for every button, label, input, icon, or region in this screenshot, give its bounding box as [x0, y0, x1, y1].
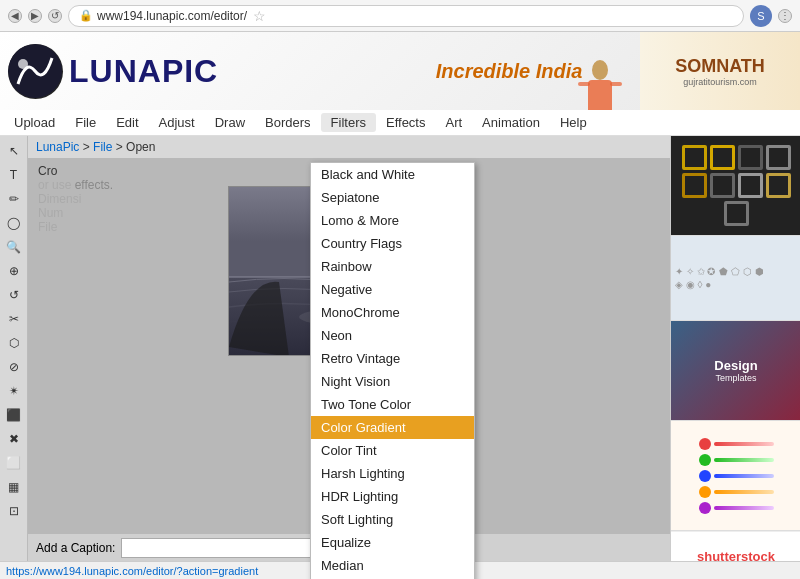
- filter-country-flags[interactable]: Country Flags: [311, 232, 474, 255]
- url-text: www194.lunapic.com/editor/: [97, 9, 247, 23]
- filter-rainbow[interactable]: Rainbow: [311, 255, 474, 278]
- ad-block-3[interactable]: Design Templates: [671, 321, 800, 421]
- tool-x[interactable]: ✖: [3, 428, 25, 450]
- menu-art[interactable]: Art: [435, 113, 472, 132]
- svg-rect-3: [588, 80, 612, 111]
- menu-borders[interactable]: Borders: [255, 113, 321, 132]
- svg-point-1: [18, 59, 28, 69]
- filter-lomo[interactable]: Lomo & More: [311, 209, 474, 232]
- tool-wand[interactable]: ⊡: [3, 500, 25, 522]
- filter-color-tint[interactable]: Color Tint: [311, 439, 474, 462]
- filter-soft-lighting[interactable]: Soft Lighting: [311, 508, 474, 531]
- menu-draw[interactable]: Draw: [205, 113, 255, 132]
- tool-arrow[interactable]: ↖: [3, 140, 25, 162]
- breadcrumb-open: Open: [126, 140, 155, 154]
- ad-block-1[interactable]: [671, 136, 800, 236]
- filter-equalize[interactable]: Equalize: [311, 531, 474, 554]
- slider-row-5: [699, 502, 774, 514]
- filter-hdr-lighting[interactable]: HDR Lighting: [311, 485, 474, 508]
- site-header: LUNAPIC Incredible India SOMNATH gujrati…: [0, 32, 800, 110]
- header-ad[interactable]: SOMNATH gujratitourism.com: [640, 32, 800, 110]
- back-button[interactable]: ◀: [8, 9, 22, 23]
- slider-row-4: [699, 486, 774, 498]
- filter-night-vision[interactable]: Night Vision: [311, 370, 474, 393]
- tool-pencil[interactable]: ✏: [3, 188, 25, 210]
- breadcrumb-sep1: >: [83, 140, 93, 154]
- filter-neon[interactable]: Neon: [311, 324, 474, 347]
- breadcrumb-sep2: >: [116, 140, 126, 154]
- bookmark-icon[interactable]: ☆: [253, 8, 266, 24]
- filter-two-tone[interactable]: Two Tone Color: [311, 393, 474, 416]
- slider-row-2: [699, 454, 774, 466]
- tool-hex[interactable]: ⬡: [3, 332, 25, 354]
- menu-effects[interactable]: Effects: [376, 113, 436, 132]
- tool-grid[interactable]: ▦: [3, 476, 25, 498]
- tool-circle[interactable]: ◯: [3, 212, 25, 234]
- svg-rect-4: [578, 82, 590, 86]
- breadcrumb-lunapic[interactable]: LunaPic: [36, 140, 79, 154]
- ad-subtitle: gujratitourism.com: [675, 77, 765, 87]
- logo-area: LUNAPIC: [0, 44, 218, 99]
- lock-icon: 🔒: [79, 9, 93, 22]
- tool-square-fill[interactable]: ⬛: [3, 404, 25, 426]
- menu-upload[interactable]: Upload: [4, 113, 65, 132]
- browser-bar: ◀ ▶ ↺ 🔒 www194.lunapic.com/editor/ ☆ S ⋮: [0, 0, 800, 32]
- right-panel: ✦ ✧ ✩ ✪ ⬟ ⬠ ⬡ ⬢ ◈ ◉ ◊ ● Design Templates: [670, 136, 800, 579]
- menu-help[interactable]: Help: [550, 113, 597, 132]
- svg-rect-5: [610, 82, 622, 86]
- content-area: ↖ T ✏ ◯ 🔍 ⊕ ↺ ✂ ⬡ ⊘ ✴ ⬛ ✖ ⬜ ▦ ⊡ LunaPic …: [0, 136, 800, 579]
- caption-input[interactable]: [121, 538, 321, 558]
- filter-color-gradient[interactable]: Color Gradient: [311, 416, 474, 439]
- caption-label: Add a Caption:: [36, 541, 115, 555]
- tool-star[interactable]: ✴: [3, 380, 25, 402]
- tool-zoom[interactable]: 🔍: [3, 236, 25, 258]
- slider-row-3: [699, 470, 774, 482]
- forward-button[interactable]: ▶: [28, 9, 42, 23]
- breadcrumb: LunaPic > File > Open: [28, 136, 670, 158]
- filter-harsh-lighting[interactable]: Harsh Lighting: [311, 462, 474, 485]
- ad-block-4[interactable]: [671, 421, 800, 531]
- ad-title: SOMNATH: [675, 56, 765, 77]
- tool-ban[interactable]: ⊘: [3, 356, 25, 378]
- address-bar[interactable]: 🔒 www194.lunapic.com/editor/ ☆: [68, 5, 744, 27]
- menu-file[interactable]: File: [65, 113, 106, 132]
- browser-menu-button[interactable]: ⋮: [778, 9, 792, 23]
- tool-undo[interactable]: ↺: [3, 284, 25, 306]
- ad-block-2[interactable]: ✦ ✧ ✩ ✪ ⬟ ⬠ ⬡ ⬢ ◈ ◉ ◊ ●: [671, 236, 800, 321]
- refresh-button[interactable]: ↺: [48, 9, 62, 23]
- logo-text: LUNAPIC: [69, 53, 218, 90]
- menu-filters[interactable]: Filters: [321, 113, 376, 132]
- logo-icon: [8, 44, 63, 99]
- menu-bar: Upload File Edit Adjust Draw Borders Fil…: [0, 110, 800, 136]
- filter-monochrome[interactable]: MonoChrome: [311, 301, 474, 324]
- left-toolbar: ↖ T ✏ ◯ 🔍 ⊕ ↺ ✂ ⬡ ⊘ ✴ ⬛ ✖ ⬜ ▦ ⊡: [0, 136, 28, 579]
- breadcrumb-file[interactable]: File: [93, 140, 112, 154]
- filter-black-white[interactable]: Black and White: [311, 163, 474, 186]
- menu-edit[interactable]: Edit: [106, 113, 148, 132]
- filter-negative[interactable]: Negative: [311, 278, 474, 301]
- tool-plus[interactable]: ⊕: [3, 260, 25, 282]
- svg-point-2: [592, 60, 608, 80]
- tool-rect[interactable]: ⬜: [3, 452, 25, 474]
- dropdown-menu: Black and White Sepiatone Lomo & More Co…: [310, 162, 475, 579]
- status-url: https://www194.lunapic.com/editor/?actio…: [6, 565, 258, 577]
- menu-adjust[interactable]: Adjust: [149, 113, 205, 132]
- filter-median[interactable]: Median: [311, 554, 474, 577]
- tagline: Incredible India: [436, 60, 583, 83]
- filter-retro-vintage[interactable]: Retro Vintage: [311, 347, 474, 370]
- main-content: LunaPic > File > Open Cro or use effects…: [28, 136, 670, 579]
- menu-animation[interactable]: Animation: [472, 113, 550, 132]
- tool-text[interactable]: T: [3, 164, 25, 186]
- slider-row-1: [699, 438, 774, 450]
- profile-icon[interactable]: S: [750, 5, 772, 27]
- tool-cut[interactable]: ✂: [3, 308, 25, 330]
- filter-sepiatone[interactable]: Sepiatone: [311, 186, 474, 209]
